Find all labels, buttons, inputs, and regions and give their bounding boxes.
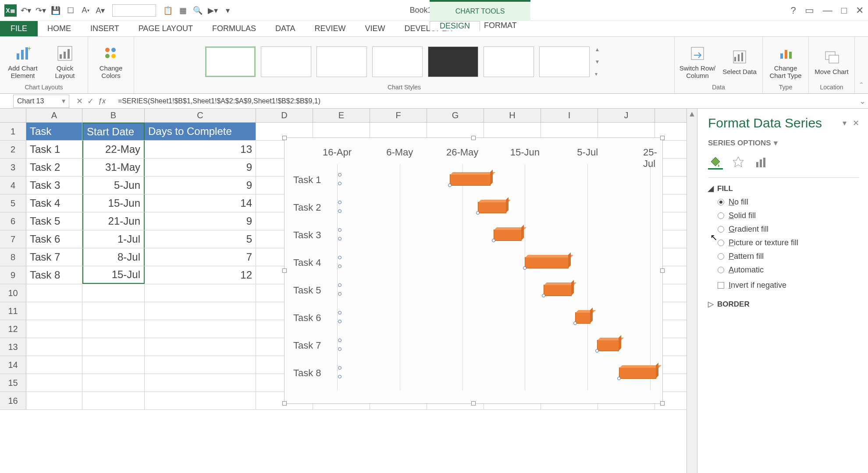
cell[interactable] — [82, 320, 145, 338]
quick-layout-button[interactable]: Quick Layout — [46, 44, 83, 79]
styles-scroll-down[interactable]: ▼ — [595, 59, 604, 65]
row-header-11[interactable]: 11 — [0, 302, 26, 320]
fill-section-header[interactable]: ◢FILL — [708, 184, 859, 193]
cancel-formula-button[interactable]: ✕ — [76, 96, 83, 106]
cell[interactable] — [145, 302, 256, 320]
fill-option-radio[interactable]: Solid fill — [718, 211, 859, 220]
row-header-6[interactable]: 6 — [0, 212, 26, 230]
help-button[interactable]: ? — [790, 5, 796, 16]
formula-input[interactable]: =SERIES(Sheet1!$B$1,Sheet1!$A$2:$A$9,She… — [114, 97, 859, 105]
fx-label[interactable]: ƒx — [98, 97, 106, 105]
row-header-13[interactable]: 13 — [0, 338, 26, 356]
fill-line-tab[interactable] — [708, 155, 723, 169]
col-header-E[interactable]: E — [313, 109, 370, 122]
cell[interactable] — [26, 338, 82, 356]
chart-style-4[interactable] — [372, 46, 423, 77]
tab-file[interactable]: FILE — [0, 21, 38, 36]
cell[interactable]: 14 — [145, 194, 256, 212]
cell[interactable]: 15-Jul — [82, 266, 145, 284]
cell[interactable] — [145, 284, 256, 302]
macros-button[interactable]: ▶▾ — [207, 5, 218, 16]
cell[interactable]: Task 2 — [26, 159, 82, 176]
row-header-4[interactable]: 4 — [0, 176, 26, 194]
tab-view[interactable]: VIEW — [355, 21, 395, 36]
collapse-ribbon-button[interactable]: ˆ — [855, 37, 868, 93]
select-data-button[interactable]: Select Data — [721, 47, 758, 76]
tab-design[interactable]: DESIGN — [430, 21, 480, 31]
paste-button[interactable]: 📋 — [162, 5, 174, 16]
row-header-10[interactable]: 10 — [0, 284, 26, 302]
chart-bar[interactable] — [450, 174, 491, 186]
fill-option-radio[interactable]: Gradient fill — [718, 225, 859, 234]
cell[interactable]: Days to Complete — [145, 123, 256, 140]
row-header-14[interactable]: 14 — [0, 356, 26, 374]
chart-bar[interactable] — [597, 340, 619, 351]
cell[interactable]: 15-Jun — [82, 194, 145, 212]
cell[interactable]: 31-May — [82, 159, 145, 176]
tab-home[interactable]: HOME — [38, 21, 81, 36]
tab-insert[interactable]: INSERT — [81, 21, 129, 36]
row-header-12[interactable]: 12 — [0, 320, 26, 338]
chart-bar[interactable] — [575, 312, 591, 324]
undo-button[interactable]: ↶▾ — [20, 5, 32, 16]
cell[interactable]: 22-May — [82, 141, 145, 158]
col-header-B[interactable]: B — [82, 109, 145, 122]
cell[interactable] — [145, 338, 256, 356]
series-options-dropdown[interactable]: SERIES OPTIONS ▾ — [708, 138, 859, 148]
minimize-button[interactable]: — — [823, 5, 832, 16]
series-options-tab[interactable] — [754, 155, 768, 169]
chart-bar[interactable] — [544, 285, 572, 296]
cell[interactable] — [145, 320, 256, 338]
tab-format[interactable]: FORMAT — [474, 21, 526, 30]
cell[interactable]: Task 8 — [26, 266, 82, 284]
border-section-header[interactable]: ▷BORDER — [708, 300, 859, 309]
save-button[interactable]: 💾 — [50, 5, 61, 16]
cell[interactable] — [145, 392, 256, 409]
cell[interactable] — [26, 284, 82, 302]
cell[interactable] — [145, 356, 256, 374]
change-colors-button[interactable]: Change Colors — [92, 44, 129, 79]
fill-option-radio[interactable]: Automatic — [718, 265, 859, 275]
ribbon-options-button[interactable]: ▭ — [805, 5, 814, 16]
cell[interactable]: 5 — [145, 230, 256, 248]
qat-customize-button[interactable]: ▾ — [222, 5, 233, 16]
cell[interactable]: 8-Jul — [82, 248, 145, 266]
cell[interactable] — [82, 338, 145, 356]
row-header-9[interactable]: 9 — [0, 266, 26, 284]
close-button[interactable]: ✕ — [856, 5, 864, 16]
row-header-8[interactable]: 8 — [0, 248, 26, 266]
cell[interactable] — [82, 284, 145, 302]
fill-option-radio[interactable]: Pattern fill — [718, 252, 859, 261]
col-header-G[interactable]: G — [427, 109, 484, 122]
col-header-I[interactable]: I — [541, 109, 598, 122]
cell[interactable]: 9 — [145, 212, 256, 230]
chart-style-3[interactable] — [317, 46, 367, 77]
cell[interactable] — [26, 374, 82, 392]
cell[interactable] — [145, 374, 256, 392]
cell[interactable]: 9 — [145, 176, 256, 194]
cell[interactable] — [82, 302, 145, 320]
pane-options-button[interactable]: ▾ — [843, 118, 847, 128]
tab-page-layout[interactable]: PAGE LAYOUT — [129, 21, 203, 36]
cell[interactable] — [82, 392, 145, 409]
name-box[interactable]: Chart 13▾ — [13, 95, 69, 108]
row-header-5[interactable]: 5 — [0, 194, 26, 212]
redo-button[interactable]: ↷▾ — [35, 5, 46, 16]
cell[interactable]: 1-Jul — [82, 230, 145, 248]
cell[interactable]: Start Date — [82, 123, 145, 140]
invert-if-negative-checkbox[interactable]: Invert if negative — [718, 281, 859, 290]
row-header-15[interactable]: 15 — [0, 374, 26, 392]
styles-more[interactable]: ▾ — [595, 71, 604, 77]
pane-close-button[interactable]: ✕ — [853, 118, 859, 128]
font-size-dec-button[interactable]: A▾ — [80, 5, 91, 16]
cell[interactable]: Task 6 — [26, 230, 82, 248]
cell[interactable]: 13 — [145, 141, 256, 158]
effects-tab[interactable] — [731, 155, 746, 169]
change-chart-type-button[interactable]: Change Chart Type — [767, 44, 804, 79]
maximize-button[interactable]: □ — [841, 5, 847, 16]
worksheet[interactable]: A B C D E F G H I J 1TaskStart DateDays … — [0, 109, 687, 473]
enter-formula-button[interactable]: ✓ — [87, 96, 94, 106]
row-header-1[interactable]: 1 — [0, 123, 26, 140]
select-all-corner[interactable] — [0, 109, 26, 122]
cell[interactable]: 9 — [145, 159, 256, 176]
